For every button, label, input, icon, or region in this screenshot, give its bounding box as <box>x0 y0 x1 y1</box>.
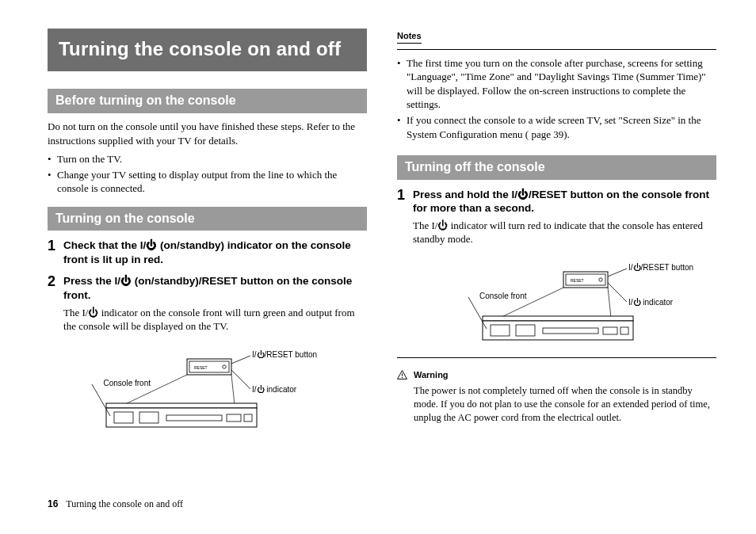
step-1-text: Check that the I/⏻ (on/standby) indicato… <box>63 238 367 266</box>
off-step-1-subtext: The I/⏻ indicator will turn red to indic… <box>413 219 716 246</box>
note-1: The first time you turn on the console a… <box>397 56 716 112</box>
notes-rule <box>397 49 716 50</box>
section-turning-off: Turning off the console <box>397 155 716 180</box>
svg-rect-11 <box>139 412 158 423</box>
page-number: 16 <box>48 498 58 509</box>
callout-console-front: Console front <box>479 291 526 302</box>
step-number: 1 <box>48 238 55 253</box>
off-step-1-text: Press and hold the I/⏻/RESET button on t… <box>413 188 716 216</box>
intro-text: Do not turn on the console until you hav… <box>48 120 367 147</box>
callout-reset-button: I/⏻/RESET button <box>628 262 693 273</box>
warning-rule <box>397 357 716 358</box>
section-turning-on: Turning on the console <box>48 207 367 231</box>
prep-bullets: Turn on the TV. Change your TV setting t… <box>48 152 367 196</box>
svg-rect-8 <box>106 403 257 408</box>
callout-console-front: Console front <box>103 378 151 389</box>
svg-rect-28 <box>543 328 598 334</box>
notes-label: Notes <box>397 30 422 44</box>
warning-body: The power is not completely turned off w… <box>397 384 716 425</box>
svg-line-31 <box>468 297 487 329</box>
svg-line-5 <box>231 370 250 389</box>
step-number: 2 <box>48 274 55 288</box>
step-1: 1 Check that the I/⏻ (on/standby) indica… <box>48 238 367 266</box>
callout-indicator: I/⏻ indicator <box>252 384 296 395</box>
notes-block: Notes The first time you turn on the con… <box>397 29 716 141</box>
section-before-turning-on: Before turning on the console <box>48 89 367 113</box>
svg-line-15 <box>92 384 110 416</box>
svg-text:RESET: RESET <box>571 278 584 283</box>
step-2-subtext: The I/⏻ indicator on the console front w… <box>63 306 367 334</box>
left-column: Turning the console on and off Before tu… <box>48 29 367 444</box>
svg-line-4 <box>231 356 250 364</box>
svg-rect-10 <box>114 412 133 423</box>
step-2-text: Press the I/⏻ (on/standby)/RESET button … <box>63 274 367 302</box>
callout-reset-button: I/⏻/RESET button <box>252 349 317 360</box>
right-column: Notes The first time you turn on the con… <box>397 29 716 444</box>
bullet-turn-on-tv: Turn on the TV. <box>48 152 367 166</box>
svg-rect-14 <box>244 414 252 421</box>
step-2: 2 Press the I/⏻ (on/standby)/RESET butto… <box>48 274 367 338</box>
off-step-1: 1 Press and hold the I/⏻/RESET button on… <box>397 188 716 251</box>
svg-line-23 <box>608 288 611 318</box>
page-title: Turning the console on and off <box>48 29 367 71</box>
bullet-tv-input: Change your TV setting to display output… <box>48 168 367 196</box>
svg-rect-27 <box>516 325 535 336</box>
svg-point-33 <box>402 377 403 378</box>
console-figure-on: RESET I/⏻/RESET <box>68 349 367 437</box>
svg-rect-12 <box>166 415 222 421</box>
warning-header: Warning <box>397 369 716 381</box>
svg-rect-26 <box>491 325 510 336</box>
warning-title: Warning <box>414 369 449 381</box>
svg-line-20 <box>608 269 627 277</box>
svg-line-21 <box>608 283 627 302</box>
svg-line-7 <box>231 375 235 405</box>
console-figure-off: RESET I/⏻/RESET button Console front I/⏻… <box>445 262 716 349</box>
footer-text: Turning the console on and off <box>66 498 183 509</box>
svg-rect-13 <box>227 414 241 421</box>
svg-text:RESET: RESET <box>194 365 208 370</box>
note-2: If you connect the console to a wide scr… <box>397 113 716 141</box>
svg-rect-30 <box>620 327 628 334</box>
warning-icon <box>397 370 407 380</box>
callout-indicator: I/⏻ indicator <box>628 297 673 308</box>
step-number: 1 <box>397 188 405 202</box>
page-footer: 16Turning the console on and off <box>48 498 183 510</box>
svg-rect-24 <box>483 316 633 321</box>
svg-rect-29 <box>603 327 617 334</box>
